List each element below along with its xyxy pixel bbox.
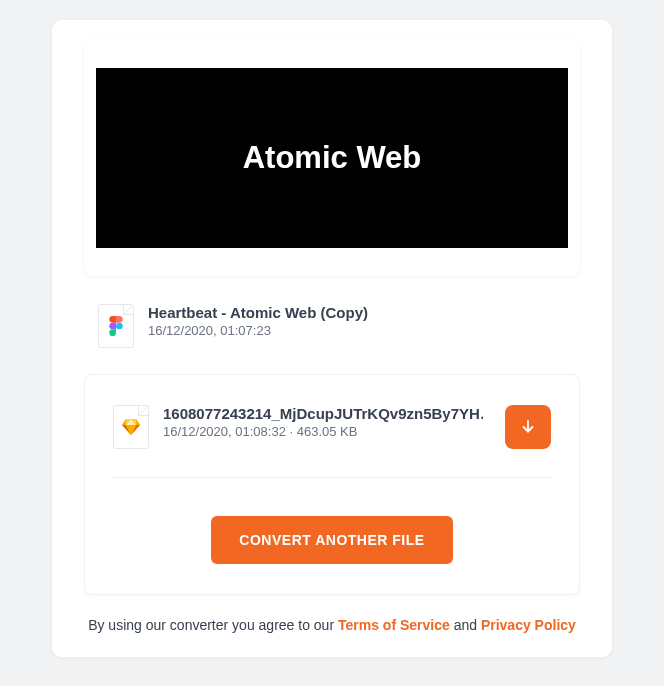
file-document-icon [98,304,134,348]
source-file-row: Heartbeat - Atomic Web (Copy) 16/12/2020… [84,304,580,348]
terms-of-service-link[interactable]: Terms of Service [338,617,450,633]
main-card: Atomic Web Heartbeat - Atomic Web (Copy)… [52,20,612,657]
output-file-info: 16/12/2020, 01:08:32 · 463.05 KB [163,424,491,439]
download-icon [519,418,537,436]
preview-card: Atomic Web [84,40,580,276]
preview-title: Atomic Web [243,140,422,176]
privacy-policy-link[interactable]: Privacy Policy [481,617,576,633]
disclaimer-prefix: By using our converter you agree to our [88,617,338,633]
output-file-meta: 1608077243214_MjDcupJUTrKQv9zn5By7YH… 16… [163,405,491,439]
output-card: 1608077243214_MjDcupJUTrKQv9zn5By7YH… 16… [84,374,580,595]
svg-point-0 [116,323,123,330]
sketch-icon [122,418,140,436]
source-file-timestamp: 16/12/2020, 01:07:23 [148,323,368,338]
convert-wrap: CONVERT ANOTHER FILE [113,516,551,564]
disclaimer: By using our converter you agree to our … [84,617,580,633]
disclaimer-and: and [450,617,481,633]
download-button[interactable] [505,405,551,449]
preview-banner: Atomic Web [96,68,568,248]
output-row: 1608077243214_MjDcupJUTrKQv9zn5By7YH… 16… [113,405,551,478]
file-document-icon [113,405,149,449]
figma-icon [109,316,123,336]
source-file-meta: Heartbeat - Atomic Web (Copy) 16/12/2020… [148,304,368,338]
output-file-name: 1608077243214_MjDcupJUTrKQv9zn5By7YH… [163,405,483,422]
source-file-name: Heartbeat - Atomic Web (Copy) [148,304,368,321]
convert-another-file-button[interactable]: CONVERT ANOTHER FILE [211,516,452,564]
